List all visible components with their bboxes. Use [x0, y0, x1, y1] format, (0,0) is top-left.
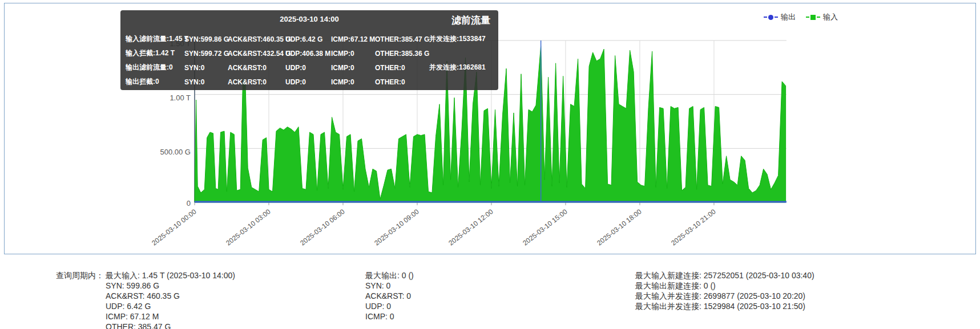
- tooltip-cell: 输出拦截:0: [126, 77, 184, 87]
- max-input-concurrent-conn-value: 最大输入并发连接: 2699877 (2025-03-10 20:20): [635, 291, 814, 301]
- max-output-value: 最大输出: 0 (): [365, 270, 414, 281]
- max-output-new-conn-value: 最大输出新建连接: 0 (): [635, 281, 814, 291]
- y-axis-label: 1.00 T: [170, 94, 191, 102]
- tooltip-cell: ACK&RST:432.54 G: [228, 50, 285, 58]
- summary-max-input-column: 最大输入: 1.45 T (2025-03-10 14:00) SYN: 599…: [106, 270, 235, 329]
- summary-max-output-column: 最大输出: 0 () SYN: 0 ACK&RST: 0 UDP: 0 ICMP…: [365, 270, 414, 322]
- tooltip-cell: UDP:406.38 M: [285, 50, 331, 58]
- tooltip-cell: ACK&RST:0: [228, 64, 285, 72]
- tooltip-cell: UDP:6.42 G: [285, 35, 331, 43]
- input-udp-value: UDP: 6.42 G: [106, 301, 235, 311]
- tooltip-rows: 输入滤前流量:1.45 T SYN:599.86 G ACK&RST:460.3…: [120, 32, 498, 89]
- tooltip-cell: SYN:0: [184, 64, 228, 72]
- tooltip-cell: SYN:599.86 G: [184, 35, 228, 43]
- output-udp-value: UDP: 0: [365, 301, 414, 311]
- input-other-value: OTHER: 385.47 G: [106, 322, 235, 329]
- tooltip-title: 滤前流量: [451, 14, 490, 27]
- output-series-marker-icon: [764, 15, 778, 20]
- tooltip-row-output-prefilter: 输出滤前流量:0 SYN:0 ACK&RST:0 UDP:0 ICMP:0 OT…: [120, 60, 498, 75]
- tooltip-cell: 并发连接:1533847: [429, 34, 493, 44]
- traffic-monitor-page: { "legend": { "items": [ { "label": "输出"…: [0, 0, 980, 329]
- y-axis-label: 0: [187, 199, 191, 208]
- legend-label-output: 输出: [781, 12, 796, 22]
- legend-item-input[interactable]: 输入: [806, 12, 838, 22]
- query-period-label: 查询周期内：: [56, 270, 104, 281]
- input-syn-value: SYN: 599.86 G: [106, 281, 235, 291]
- output-syn-value: SYN: 0: [365, 281, 414, 291]
- legend-item-output[interactable]: 输出: [764, 12, 796, 22]
- tooltip-cell: ICMP:0: [331, 50, 375, 58]
- tooltip-cell: UDP:0: [285, 78, 331, 86]
- chart-legend: 输出 输入: [764, 12, 838, 22]
- chart-panel: 1.50 T 1.00 T 500.00 G 0 输出 输入 2025-03-1…: [4, 3, 976, 254]
- tooltip-cell: SYN:599.72 G: [184, 50, 228, 58]
- tooltip-cell: ICMP:0: [331, 64, 375, 72]
- tooltip-cell: OTHER:0: [375, 64, 429, 72]
- tooltip-cell: OTHER:385.47 G: [375, 35, 429, 43]
- legend-label-input: 输入: [823, 12, 838, 22]
- tooltip-cell: ICMP:67.12 M: [331, 35, 375, 43]
- output-ackrst-value: ACK&RST: 0: [365, 291, 414, 301]
- tooltip-cell: ICMP:0: [331, 78, 375, 86]
- tooltip-timestamp: 2025-03-10 14:00: [120, 15, 498, 23]
- tooltip-row-output-blocked: 输出拦截:0 SYN:0 ACK&RST:0 UDP:0 ICMP:0 OTHE…: [120, 75, 498, 89]
- chart-tooltip: 2025-03-10 14:00 滤前流量 输入滤前流量:1.45 T SYN:…: [120, 10, 498, 90]
- tooltip-cell: 并发连接:1362681: [429, 63, 493, 72]
- tooltip-cell: 输入滤前流量:1.45 T: [126, 34, 184, 44]
- tooltip-cell: ACK&RST:0: [228, 78, 285, 86]
- tooltip-row-input-blocked: 输入拦截:1.42 T SYN:599.72 G ACK&RST:432.54 …: [120, 46, 498, 60]
- output-icmp-value: ICMP: 0: [365, 311, 414, 322]
- input-icmp-value: ICMP: 67.12 M: [106, 311, 235, 322]
- input-ackrst-value: ACK&RST: 460.35 G: [106, 291, 235, 301]
- max-input-value: 最大输入: 1.45 T (2025-03-10 14:00): [106, 270, 235, 281]
- tooltip-cell: 输入拦截:1.42 T: [126, 48, 184, 58]
- tooltip-cell: ACK&RST:460.35 G: [228, 35, 285, 43]
- tooltip-cell: OTHER:385.36 G: [375, 50, 429, 58]
- summary-connections-column: 最大输入新建连接: 257252051 (2025-03-10 03:40) 最…: [635, 270, 814, 311]
- input-series-marker-icon: [806, 15, 820, 20]
- tooltip-cell: UDP:0: [285, 64, 331, 72]
- tooltip-cell: SYN:0: [184, 78, 228, 86]
- y-axis-label: 500.00 G: [160, 148, 191, 156]
- tooltip-cell: 输出滤前流量:0: [126, 63, 184, 72]
- max-output-concurrent-conn-value: 最大输出并发连接: 1529984 (2025-03-10 21:50): [635, 301, 814, 311]
- tooltip-row-input-prefilter: 输入滤前流量:1.45 T SYN:599.86 G ACK&RST:460.3…: [120, 32, 498, 46]
- tooltip-cell: OTHER:0: [375, 78, 429, 86]
- max-input-new-conn-value: 最大输入新建连接: 257252051 (2025-03-10 03:40): [635, 270, 814, 281]
- summary-section: 公众号：傲盾 查询周期内： 最大输入: 1.45 T (2025-03-10 1…: [0, 254, 980, 329]
